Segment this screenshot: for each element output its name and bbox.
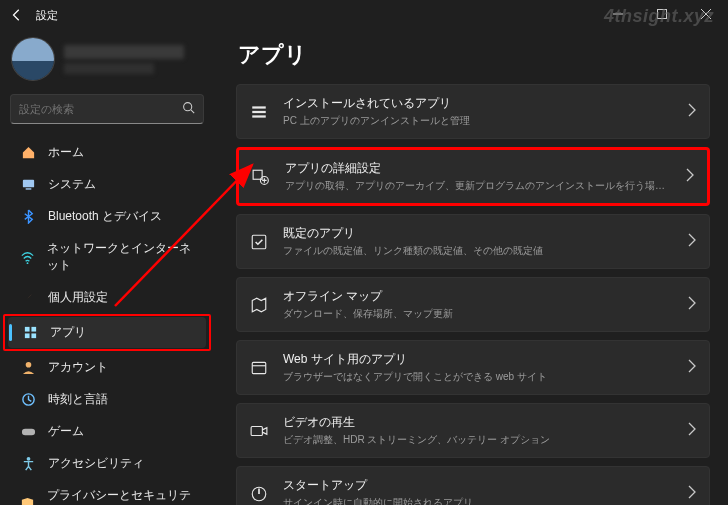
card-offline-maps[interactable]: オフライン マップ ダウンロード、保存場所、マップ更新 — [236, 277, 710, 332]
profile-email-blurred — [64, 63, 154, 74]
svg-point-11 — [25, 362, 31, 368]
network-icon — [20, 249, 35, 265]
sidebar-item-network[interactable]: ネットワークとインターネット — [6, 233, 208, 281]
sidebar-item-label: Bluetooth とデバイス — [48, 208, 162, 225]
sidebar-item-privacy[interactable]: プライバシーとセキュリティ — [6, 480, 208, 505]
svg-rect-17 — [252, 115, 266, 117]
svg-rect-13 — [21, 429, 34, 436]
svg-rect-20 — [252, 235, 266, 249]
svg-rect-9 — [24, 333, 29, 338]
sidebar-item-time[interactable]: 時刻と言語 — [6, 384, 208, 415]
chevron-right-icon — [687, 103, 697, 120]
svg-rect-10 — [31, 333, 36, 338]
card-title: スタートアップ — [283, 477, 673, 494]
svg-rect-23 — [251, 426, 262, 435]
main-content: アプリ インストールされているアプリ PC 上のアプリのアンインストールと管理 … — [218, 30, 728, 505]
card-sub: サインイン時に自動的に開始されるアプリ — [283, 496, 673, 505]
card-sub: アプリの取得、アプリのアーカイブ、更新プログラムのアンインストールを行う場所を選… — [285, 179, 671, 193]
chevron-right-icon — [687, 422, 697, 439]
svg-point-14 — [26, 457, 30, 461]
card-sub: PC 上のアプリのアンインストールと管理 — [283, 114, 673, 128]
card-video-playback[interactable]: ビデオの再生 ビデオ調整、HDR ストリーミング、バッテリー オプション — [236, 403, 710, 458]
svg-rect-7 — [24, 327, 29, 332]
account-icon — [20, 360, 36, 376]
svg-point-6 — [27, 262, 29, 264]
settings-app-icon — [251, 167, 271, 187]
svg-rect-15 — [252, 106, 266, 108]
card-default-apps[interactable]: 既定のアプリ ファイルの既定値、リンク種類の既定値、その他の既定値 — [236, 214, 710, 269]
sidebar-item-label: システム — [48, 176, 96, 193]
svg-rect-16 — [252, 110, 266, 112]
list-icon — [249, 102, 269, 122]
search-icon — [182, 101, 195, 117]
svg-point-2 — [184, 103, 192, 111]
card-advanced-app-settings[interactable]: アプリの詳細設定 アプリの取得、アプリのアーカイブ、更新プログラムのアンインスト… — [236, 147, 710, 206]
card-title: アプリの詳細設定 — [285, 160, 671, 177]
sidebar-item-label: プライバシーとセキュリティ — [47, 487, 198, 505]
startup-icon — [249, 484, 269, 504]
chevron-right-icon — [687, 485, 697, 502]
chevron-right-icon — [687, 359, 697, 376]
game-icon — [20, 424, 36, 440]
brush-icon — [20, 290, 36, 306]
window-title: 設定 — [36, 8, 58, 23]
card-sub: ビデオ調整、HDR ストリーミング、バッテリー オプション — [283, 433, 673, 447]
svg-rect-4 — [22, 180, 33, 188]
system-icon — [20, 177, 36, 193]
sidebar-item-label: アプリ — [50, 324, 86, 341]
search-input[interactable] — [19, 103, 176, 115]
sidebar-item-apps[interactable]: アプリ — [8, 317, 206, 348]
default-apps-icon — [249, 232, 269, 252]
sidebar-item-game[interactable]: ゲーム — [6, 416, 208, 447]
sidebar-item-label: ネットワークとインターネット — [47, 240, 198, 274]
svg-line-3 — [191, 110, 194, 113]
card-web-apps[interactable]: Web サイト用のアプリ ブラウザーではなくアプリで開くことができる web サ… — [236, 340, 710, 395]
sidebar-item-bluetooth[interactable]: Bluetooth とデバイス — [6, 201, 208, 232]
card-title: ビデオの再生 — [283, 414, 673, 431]
svg-rect-21 — [252, 362, 266, 373]
video-icon — [249, 421, 269, 441]
arrow-left-icon — [10, 8, 24, 22]
sidebar: ホーム システム Bluetooth とデバイス ネットワークとインターネット … — [0, 30, 218, 505]
card-title: オフライン マップ — [283, 288, 673, 305]
back-button[interactable] — [8, 6, 26, 24]
chevron-right-icon — [687, 233, 697, 250]
profile-name-blurred — [64, 45, 184, 59]
profile-text — [64, 45, 184, 74]
profile-section[interactable] — [0, 30, 214, 94]
chevron-right-icon — [685, 168, 695, 185]
watermark: 4thsight.xyz — [604, 6, 714, 27]
sidebar-item-label: アカウント — [48, 359, 108, 376]
avatar — [12, 38, 54, 80]
sidebar-item-account[interactable]: アカウント — [6, 352, 208, 383]
sidebar-item-home[interactable]: ホーム — [6, 137, 208, 168]
sidebar-item-label: 時刻と言語 — [48, 391, 108, 408]
sidebar-item-accessibility[interactable]: アクセシビリティ — [6, 448, 208, 479]
card-startup[interactable]: スタートアップ サインイン時に自動的に開始されるアプリ — [236, 466, 710, 505]
clock-icon — [20, 392, 36, 408]
sidebar-item-personalize[interactable]: 個人用設定 — [6, 282, 208, 313]
chevron-right-icon — [687, 296, 697, 313]
home-icon — [20, 145, 36, 161]
card-title: 既定のアプリ — [283, 225, 673, 242]
search-box[interactable] — [10, 94, 204, 124]
sidebar-nav: ホーム システム Bluetooth とデバイス ネットワークとインターネット … — [0, 136, 214, 505]
sidebar-item-label: アクセシビリティ — [48, 455, 144, 472]
card-installed-apps[interactable]: インストールされているアプリ PC 上のアプリのアンインストールと管理 — [236, 84, 710, 139]
sidebar-item-label: ホーム — [48, 144, 84, 161]
svg-rect-5 — [25, 188, 31, 189]
accessibility-icon — [20, 456, 36, 472]
card-title: インストールされているアプリ — [283, 95, 673, 112]
sidebar-item-system[interactable]: システム — [6, 169, 208, 200]
card-sub: ファイルの既定値、リンク種類の既定値、その他の既定値 — [283, 244, 673, 258]
apps-icon — [22, 325, 38, 341]
shield-icon — [20, 496, 35, 505]
map-icon — [249, 295, 269, 315]
page-heading: アプリ — [238, 40, 710, 70]
highlight-apps-box: アプリ — [3, 314, 211, 351]
card-title: Web サイト用のアプリ — [283, 351, 673, 368]
web-app-icon — [249, 358, 269, 378]
sidebar-item-label: 個人用設定 — [48, 289, 108, 306]
bluetooth-icon — [20, 209, 36, 225]
svg-rect-8 — [31, 327, 36, 332]
